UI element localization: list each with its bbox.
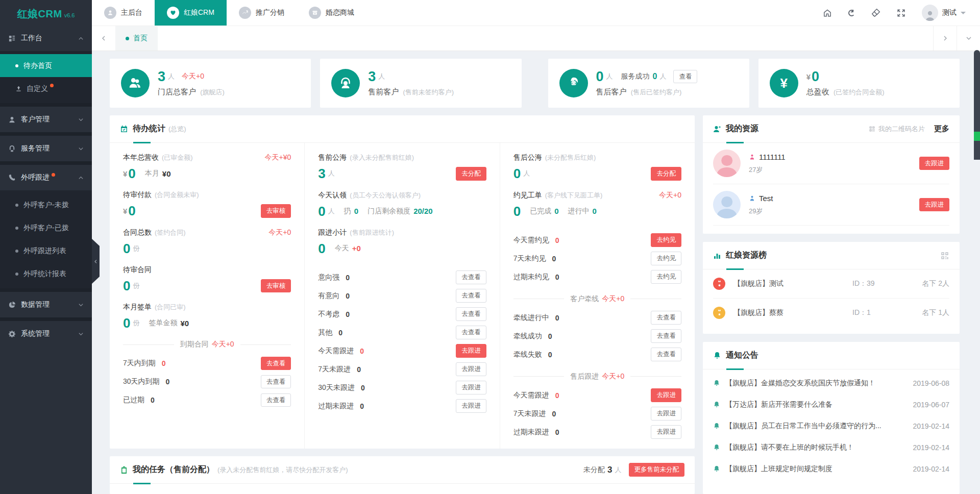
- avatar: [922, 5, 938, 21]
- male-icon: [749, 195, 755, 202]
- tab-promotion[interactable]: 推广分销: [227, 0, 297, 26]
- rank-name[interactable]: 【旗舰店】蔡蔡: [733, 308, 852, 317]
- sidebar-item-outbound-notcalled[interactable]: 外呼客户-未拨: [0, 193, 92, 216]
- sidebar-item-system-mgmt[interactable]: 系统管理: [0, 321, 92, 347]
- sidebar-item-data-mgmt[interactable]: 数据管理: [0, 292, 92, 317]
- tags-scroll-left[interactable]: [92, 26, 115, 51]
- go-view-button[interactable]: 去查看: [651, 348, 681, 361]
- go-view-button[interactable]: 去查看: [261, 375, 291, 389]
- notice-text[interactable]: 【旗舰店】请不要在上班的时候玩手机！: [725, 443, 906, 452]
- more-unassigned-button[interactable]: 更多售前未分配: [629, 463, 685, 477]
- my-qr-card-link[interactable]: 我的二维码名片: [869, 125, 925, 134]
- go-meet-button[interactable]: 去约见: [651, 270, 681, 284]
- title-underline: [133, 142, 151, 143]
- go-review-button[interactable]: 去审核: [261, 279, 291, 293]
- notice-text[interactable]: 【旗舰店】上班规定时间规定制度: [725, 464, 906, 474]
- user-menu[interactable]: 测试: [922, 5, 966, 21]
- row-value: 0: [166, 378, 170, 386]
- notice-text[interactable]: 【旗舰店】员工在日常工作当中必须遵守的行为...: [725, 422, 906, 431]
- go-meet-button[interactable]: 去约见: [651, 252, 681, 265]
- sidebar-item-outbound-follow[interactable]: 外呼跟进: [0, 165, 92, 190]
- resource-name[interactable]: Test: [759, 194, 773, 203]
- block-unit: 份: [133, 318, 139, 328]
- shop-icon: [309, 7, 321, 19]
- chevron-left-icon: [101, 35, 107, 41]
- go-follow-button[interactable]: 去跟进: [651, 425, 681, 439]
- tags-scroll-right[interactable]: [933, 26, 957, 51]
- go-view-button[interactable]: 去查看: [456, 289, 486, 303]
- row-label: 过期未跟进: [318, 402, 354, 411]
- bell-icon: [713, 423, 720, 430]
- go-follow-button[interactable]: 去跟进: [651, 388, 681, 402]
- row-value: 0: [555, 314, 559, 322]
- go-view-button[interactable]: 去查看: [651, 329, 681, 343]
- sidebar: 红娘CRM v6.6 工作台 待办首页 自定义 客户管理 服务管理 外呼跟进: [0, 0, 92, 494]
- block-label: 约见工单: [513, 191, 542, 200]
- headset-icon: [331, 69, 360, 97]
- sidebar-item-outbound-report[interactable]: 外呼统计报表: [0, 262, 92, 285]
- go-follow-button[interactable]: 去跟进: [651, 407, 681, 421]
- sidebar-item-workbench[interactable]: 工作台: [0, 26, 92, 51]
- users-icon: [121, 69, 150, 97]
- clear-cache-icon[interactable]: [871, 8, 880, 17]
- page-scrollbar[interactable]: [974, 50, 980, 160]
- sidebar-item-label: 系统管理: [21, 329, 50, 338]
- sidebar-item-service-mgmt[interactable]: 服务管理: [0, 136, 92, 161]
- go-follow-button[interactable]: 去跟进: [456, 381, 486, 394]
- qr-code-icon[interactable]: [940, 251, 949, 260]
- yen-icon: ¥: [770, 69, 798, 97]
- tab-marriage-mall[interactable]: 婚恋商城: [297, 0, 366, 26]
- dashboard-content: 3 人 今天+0 门店总客户 (旗舰店) 3 人: [92, 51, 980, 494]
- block-note: (员工今天公海认领客户): [350, 191, 421, 200]
- sidebar-collapse-handle[interactable]: [92, 239, 100, 284]
- tab-matchmaker-crm[interactable]: 红娘CRM: [155, 0, 227, 26]
- block-value: 3: [318, 167, 325, 180]
- go-follow-button[interactable]: 去跟进: [919, 157, 950, 170]
- tags-menu[interactable]: [957, 26, 980, 51]
- row-label: 7天未约见: [513, 254, 546, 263]
- refresh-icon[interactable]: [848, 10, 855, 16]
- go-assign-button[interactable]: 去分配: [456, 167, 486, 181]
- sidebar-item-todo-home[interactable]: 待办首页: [0, 54, 92, 77]
- sidebar-item-outbound-followlist[interactable]: 外呼跟进列表: [0, 239, 92, 262]
- sidebar-item-label: 自定义: [27, 84, 48, 93]
- sidebar-item-custom[interactable]: 自定义: [0, 77, 92, 100]
- sidebar-item-label: 工作台: [21, 34, 42, 43]
- row-value: 0: [338, 329, 342, 337]
- fullscreen-icon[interactable]: [897, 9, 905, 17]
- go-follow-button[interactable]: 去跟进: [456, 399, 486, 413]
- go-meet-button[interactable]: 去约见: [651, 233, 681, 247]
- row-label: 过期未跟进: [513, 428, 549, 437]
- go-view-button[interactable]: 去查看: [261, 357, 291, 370]
- sidebar-item-customer-mgmt[interactable]: 客户管理: [0, 107, 92, 132]
- heart-icon: [167, 7, 179, 19]
- view-button[interactable]: 查看: [673, 70, 697, 84]
- today-badge: 今天+0: [602, 294, 624, 304]
- go-view-button[interactable]: 去查看: [261, 393, 291, 407]
- go-assign-button[interactable]: 去分配: [651, 167, 681, 181]
- go-view-button[interactable]: 去查看: [456, 326, 486, 339]
- todo-body: 本年总营收 (已审金额) 今天+¥0 ¥ 0 本月 ¥0: [110, 143, 695, 449]
- block-value: 0: [128, 204, 135, 217]
- more-link[interactable]: 更多: [934, 124, 949, 134]
- tab-label: 首页: [133, 34, 148, 43]
- go-view-button[interactable]: 去查看: [456, 307, 486, 321]
- tab-label: 推广分销: [256, 8, 284, 17]
- go-follow-button[interactable]: 去跟进: [456, 362, 486, 376]
- stat-row-not-considering: 不考虑 0 去查看: [318, 305, 486, 324]
- sidebar-item-outbound-called[interactable]: 外呼客户-已拨: [0, 216, 92, 239]
- tab-home[interactable]: 首页: [115, 26, 158, 51]
- go-view-button[interactable]: 去查看: [456, 270, 486, 284]
- home-icon[interactable]: [823, 8, 832, 17]
- sidebar-item-label: 待办首页: [23, 61, 52, 70]
- stat-value: 0: [596, 70, 604, 84]
- go-view-button[interactable]: 去查看: [651, 311, 681, 325]
- tab-main-backend[interactable]: 主后台: [92, 0, 155, 26]
- go-review-button[interactable]: 去审核: [261, 204, 291, 218]
- go-follow-button[interactable]: 去跟进: [456, 344, 486, 358]
- rank-name[interactable]: 【旗舰店】测试: [733, 279, 852, 288]
- go-follow-button[interactable]: 去跟进: [919, 198, 950, 212]
- notice-text[interactable]: 【万达店】新店开张需要什么准备: [725, 400, 906, 409]
- notice-text[interactable]: 【旗舰店】金媒婚恋交友系统国庆节放假通知！: [725, 379, 906, 388]
- resource-name[interactable]: 1111111: [759, 153, 786, 161]
